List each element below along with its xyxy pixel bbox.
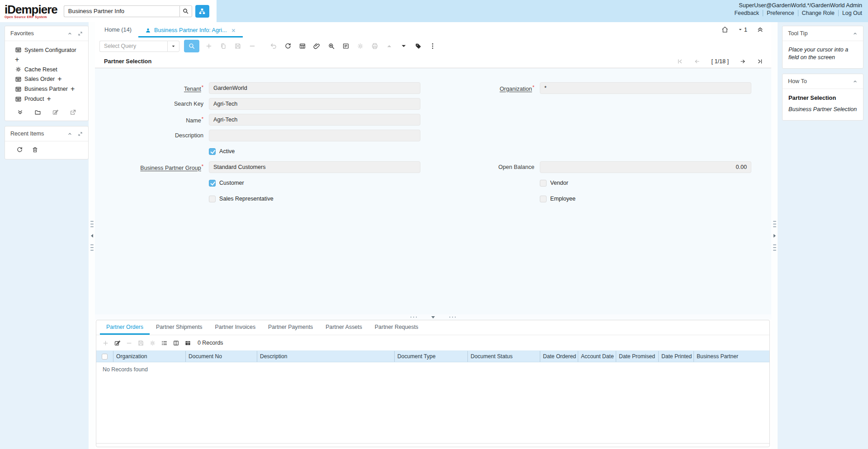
favorites-expand-all-button[interactable] <box>17 109 24 116</box>
column-header[interactable]: Date Promised <box>616 351 659 362</box>
column-header[interactable]: Account Date <box>578 351 616 362</box>
detail-save-button[interactable] <box>137 339 145 347</box>
grid-toggle-button[interactable] <box>296 40 309 52</box>
zoom-across-button[interactable] <box>325 40 338 52</box>
first-record-button[interactable] <box>677 58 683 65</box>
favorites-folder-button[interactable] <box>34 109 41 116</box>
previous-record-button[interactable] <box>694 58 700 65</box>
detail-new-button[interactable] <box>101 339 110 347</box>
global-search-input[interactable] <box>64 5 179 17</box>
tab-home[interactable]: Home (14) <box>98 23 138 37</box>
open-windows-dropdown[interactable]: 1 <box>738 26 747 33</box>
print-button[interactable] <box>368 40 381 52</box>
column-header[interactable]: Business Partner <box>694 351 769 362</box>
user-menu-link[interactable]: Preference <box>763 10 798 16</box>
search-key-field[interactable]: Agri-Tech <box>209 98 420 110</box>
collapse-panel-icon[interactable] <box>853 79 858 84</box>
undo-button[interactable] <box>267 40 280 52</box>
detail-tab-partner-requests[interactable]: Partner Requests <box>368 320 425 335</box>
collapse-right-arrow-icon[interactable] <box>774 234 776 238</box>
detail-tab-partner-payments[interactable]: Partner Payments <box>262 320 319 335</box>
column-header[interactable]: Description <box>257 351 395 362</box>
user-menu-link[interactable]: Feedback <box>731 10 763 16</box>
tenant-field[interactable]: GardenWorld <box>209 82 420 94</box>
organization-field[interactable]: * <box>540 82 751 94</box>
detail-delete-button[interactable] <box>125 339 133 347</box>
favorite-item-sales-order[interactable]: Sales Order + <box>10 74 80 84</box>
name-field[interactable]: Agri-Tech <box>209 114 420 126</box>
collapse-left-arrow-icon[interactable] <box>91 234 93 238</box>
detail-tab-partner-shipments[interactable]: Partner Shipments <box>150 320 209 335</box>
favorite-item-product[interactable]: Product + <box>10 94 80 104</box>
detail-tab-partner-assets[interactable]: Partner Assets <box>319 320 368 335</box>
detail-record-button[interactable] <box>397 40 410 52</box>
process-button[interactable] <box>354 40 367 52</box>
favorite-item-cache-reset[interactable]: Cache Reset <box>10 65 80 74</box>
column-header[interactable]: Date Ordered <box>540 351 578 362</box>
column-header[interactable]: Document No <box>186 351 257 362</box>
refresh-button[interactable] <box>281 40 294 52</box>
close-tab-icon[interactable] <box>231 28 236 33</box>
organization-label[interactable]: Organization* <box>426 84 534 92</box>
column-header[interactable]: Date Printed <box>659 351 694 362</box>
collapse-all-icon[interactable] <box>756 26 764 33</box>
business-partner-group-label[interactable]: Business Partner Group* <box>100 164 203 171</box>
favorites-edit-button[interactable] <box>52 109 59 116</box>
collapse-panel-icon[interactable] <box>67 31 72 36</box>
collapse-panel-icon[interactable] <box>853 31 858 36</box>
detail-process-button[interactable] <box>148 339 157 347</box>
column-header[interactable]: Document Status <box>468 351 540 362</box>
save-button[interactable] <box>231 40 244 52</box>
last-record-button[interactable] <box>757 58 763 65</box>
open-balance-field[interactable]: 0.00 <box>540 161 751 173</box>
tenant-label[interactable]: Tenant* <box>100 84 203 92</box>
new-record-button[interactable] <box>202 40 215 52</box>
customer-checkbox[interactable] <box>209 180 216 187</box>
select-query-dropdown-button[interactable] <box>167 41 179 52</box>
add-favorite-icon[interactable]: + <box>15 56 19 63</box>
add-favorite-icon[interactable]: + <box>57 75 61 83</box>
detail-tab-partner-invoices[interactable]: Partner Invoices <box>209 320 262 335</box>
select-all-checkbox[interactable] <box>102 354 108 360</box>
expand-panel-icon[interactable] <box>78 31 83 36</box>
detail-customize-columns-button[interactable] <box>172 339 180 347</box>
add-favorite-icon[interactable]: + <box>71 85 75 93</box>
more-actions-button[interactable] <box>426 40 439 52</box>
detail-tab-partner-orders[interactable]: Partner Orders <box>100 320 150 335</box>
expand-panel-icon[interactable] <box>78 131 83 136</box>
favorite-item-business-partner[interactable]: Business Partner + <box>10 84 80 94</box>
recent-items-refresh-button[interactable] <box>16 146 23 153</box>
tab-business-partner-info[interactable]: Business Partner Info: Agri... <box>138 23 243 37</box>
copy-record-button[interactable] <box>217 40 230 52</box>
active-checkbox[interactable] <box>209 148 216 155</box>
vendor-checkbox[interactable] <box>540 180 547 187</box>
add-favorite-icon[interactable]: + <box>47 95 51 103</box>
idempiere-logo[interactable]: iDempiere Open Source ERP System <box>5 4 57 19</box>
select-query-input[interactable] <box>99 41 167 52</box>
detail-edit-button[interactable] <box>113 339 122 347</box>
parent-record-button[interactable] <box>382 40 396 52</box>
business-partner-group-field[interactable]: Standard Customers <box>209 161 420 173</box>
find-record-button[interactable] <box>184 40 199 52</box>
collapse-panel-icon[interactable] <box>67 131 72 136</box>
user-menu-link[interactable]: Log Out <box>838 10 862 16</box>
right-splitter[interactable] <box>771 22 778 449</box>
home-icon[interactable] <box>721 26 729 33</box>
chat-button[interactable] <box>339 40 352 52</box>
global-search-button[interactable] <box>179 5 192 17</box>
detail-grid-toggle-button[interactable] <box>184 339 192 347</box>
column-header[interactable]: Organization <box>113 351 186 362</box>
attachment-button[interactable] <box>310 40 323 52</box>
sales-representative-checkbox[interactable] <box>209 196 216 202</box>
employee-checkbox[interactable] <box>540 196 547 202</box>
detail-quick-entry-button[interactable] <box>160 339 169 347</box>
collapse-down-arrow-icon[interactable] <box>431 316 435 318</box>
label-button[interactable] <box>411 40 425 52</box>
next-record-button[interactable] <box>740 58 746 65</box>
delete-record-button[interactable] <box>245 40 259 52</box>
favorites-share-button[interactable] <box>70 109 76 116</box>
recent-items-clear-button[interactable] <box>32 146 38 153</box>
user-menu-link[interactable]: Change Role <box>798 10 838 16</box>
menu-tree-button[interactable] <box>195 5 209 18</box>
left-splitter[interactable] <box>89 22 95 449</box>
